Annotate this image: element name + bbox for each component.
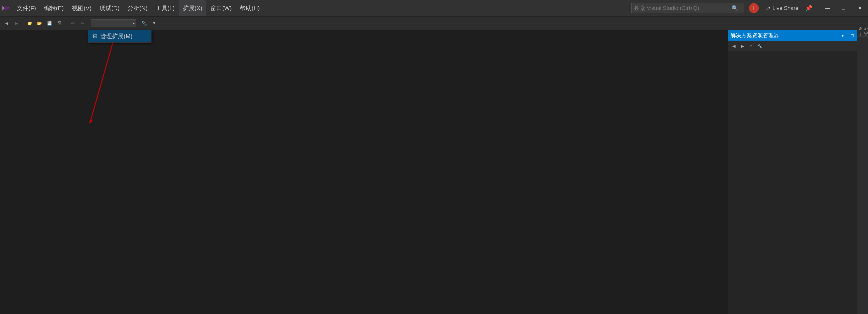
menu-view[interactable]: 视图(V) (68, 0, 96, 16)
search-icon: 🔍 (732, 5, 738, 11)
se-title-bar: 解决方案资源管理器 ▾ □ ✕ (728, 30, 868, 41)
se-maximize-button[interactable]: □ (848, 31, 856, 39)
toolbox-tab[interactable]: 工具箱 (857, 36, 868, 42)
forward-button: ▶ (12, 19, 21, 28)
menu-debug[interactable]: 调试(D) (96, 0, 124, 16)
se-title-label: 解决方案资源管理器 (730, 32, 837, 39)
title-bar-right: I ↗ Live Share 📌 (749, 3, 819, 13)
menu-analyze[interactable]: 分析(N) (124, 0, 152, 16)
toolbar-separator-1 (23, 20, 23, 27)
save-all-button[interactable]: 🖫 (55, 19, 64, 28)
se-home-button[interactable]: ⌂ (747, 42, 755, 50)
toolbar-separator-3 (89, 20, 89, 27)
se-back-button[interactable]: ◀ (730, 42, 738, 50)
undo-button: ↩ (68, 19, 77, 28)
toolbar: ◀ ▶ 📁 📂 💾 🖫 ↩ ↪ 📎 ▼ (0, 16, 868, 30)
config-dropdown[interactable] (91, 20, 136, 27)
minimize-button[interactable]: — (819, 0, 835, 16)
back-button[interactable]: ◀ (2, 19, 11, 28)
dropdown-arrow[interactable]: ▼ (150, 19, 159, 28)
search-bar: 🔍 (631, 3, 744, 13)
open-button[interactable]: 📂 (35, 19, 44, 28)
se-properties-button[interactable]: 🔧 (756, 42, 764, 50)
source-control-tab[interactable]: 源代码管理器 (857, 31, 868, 36)
manage-extensions-item[interactable]: ⊞ 管理扩展(M) (88, 30, 151, 42)
solution-explorer-panel: 解决方案资源管理器 ▾ □ ✕ ◀ ▶ ⌂ 🔧 (728, 30, 868, 314)
manage-extensions-icon: ⊞ (93, 33, 97, 39)
menu-file[interactable]: 文件(F) (13, 0, 40, 16)
manage-extensions-label: 管理扩展(M) (100, 32, 132, 40)
attach-button[interactable]: 📎 (140, 19, 149, 28)
se-toolbar: ◀ ▶ ⌂ 🔧 (728, 41, 868, 51)
main-area: 解决方案资源管理器 ▾ □ ✕ ◀ ▶ ⌂ 🔧 源代码管理器 工具箱 (0, 30, 868, 314)
title-bar: 文件(F) 编辑(E) 视图(V) 调试(D) 分析(N) 工具(L) 扩展(X… (0, 0, 868, 16)
maximize-button[interactable]: □ (835, 0, 852, 16)
menu-help[interactable]: 帮助(H) (236, 0, 264, 16)
menu-edit[interactable]: 编辑(E) (40, 0, 68, 16)
pin-title-icon: 📌 (805, 5, 812, 12)
menu-extensions[interactable]: 扩展(X) (179, 0, 207, 16)
new-project-button[interactable]: 📁 (25, 19, 34, 28)
close-button[interactable]: ✕ (852, 0, 868, 16)
live-share-button[interactable]: ↗ Live Share (761, 3, 803, 13)
se-pin-button[interactable]: ▾ (839, 31, 847, 39)
menu-bar: 文件(F) 编辑(E) 视图(V) 调试(D) 分析(N) 工具(L) 扩展(X… (13, 0, 627, 16)
se-content-area (728, 51, 868, 314)
right-panel-tabs: 源代码管理器 工具箱 (857, 30, 868, 314)
save-button[interactable]: 💾 (45, 19, 54, 28)
redo-button: ↪ (78, 19, 87, 28)
menu-window[interactable]: 窗口(W) (206, 0, 236, 16)
live-share-icon: ↗ (766, 5, 771, 12)
toolbar-separator-2 (66, 20, 66, 27)
live-share-label: Live Share (772, 5, 798, 11)
extensions-dropdown-menu: ⊞ 管理扩展(M) (88, 30, 151, 42)
vs-logo (0, 0, 13, 16)
menu-tools[interactable]: 工具(L) (152, 0, 179, 16)
user-avatar: I (749, 3, 759, 13)
window-controls: — □ ✕ (819, 0, 868, 16)
search-input[interactable] (634, 5, 732, 11)
se-forward-button[interactable]: ▶ (739, 42, 747, 50)
